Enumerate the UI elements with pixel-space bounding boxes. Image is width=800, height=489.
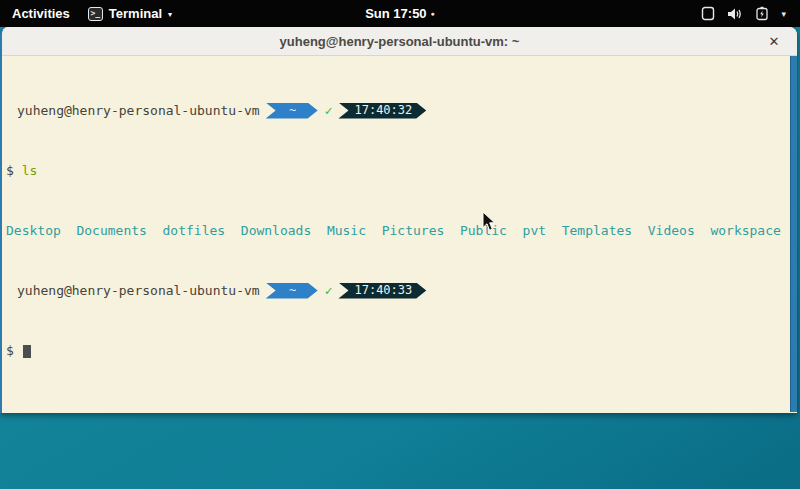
notification-dot-icon: ● (431, 10, 435, 17)
prompt-line: yuheng@henry-personal-ubuntu-vm ~ ✓ 17:4… (6, 103, 785, 118)
checkmark-icon: ✓ (325, 103, 333, 118)
app-menu-button[interactable]: >_ Terminal ▾ (88, 6, 172, 21)
activities-button[interactable]: Activities (12, 6, 70, 21)
terminal-screen[interactable]: yuheng@henry-personal-ubuntu-vm ~ ✓ 17:4… (2, 56, 797, 412)
window-title: yuheng@henry-personal-ubuntu-vm: ~ (280, 34, 520, 49)
prompt-user: yuheng@henry-personal-ubuntu-vm (17, 283, 260, 298)
chevron-down-icon: ▾ (781, 9, 786, 19)
terminal-scrollbar[interactable] (790, 56, 797, 412)
prompt-symbol: $ (6, 163, 14, 178)
prompt-user: yuheng@henry-personal-ubuntu-vm (17, 103, 260, 118)
ls-output: Desktop Documents dotfiles Downloads Mus… (6, 223, 785, 238)
prompt-time-segment: 17:40:32 (338, 103, 426, 119)
battery-charging-icon (755, 6, 769, 21)
clock-button[interactable]: Sun 17:50 (365, 6, 426, 21)
terminal-app-icon: >_ (88, 7, 103, 21)
desktop: { "topbar": { "activities_label": "Activ… (0, 0, 800, 489)
app-menu-label: Terminal (109, 6, 162, 21)
close-button[interactable]: ✕ (765, 32, 783, 50)
prompt-cwd-segment: ~ (266, 283, 318, 299)
gnome-top-bar: Activities >_ Terminal ▾ Sun 17:50 ● (0, 0, 800, 27)
command-line: $ ls (6, 163, 785, 178)
system-status-area[interactable]: ▾ (701, 0, 800, 27)
checkmark-icon: ✓ (325, 283, 333, 298)
chevron-down-icon: ▾ (168, 10, 172, 19)
volume-icon (727, 7, 743, 21)
text-cursor-block (23, 345, 31, 358)
prompt-line: yuheng@henry-personal-ubuntu-vm ~ ✓ 17:4… (6, 283, 785, 298)
command-text: ls (22, 163, 38, 178)
display-icon (701, 6, 715, 21)
window-titlebar[interactable]: yuheng@henry-personal-ubuntu-vm: ~ ✕ (2, 27, 797, 56)
prompt-cwd-segment: ~ (266, 103, 318, 119)
terminal-window: yuheng@henry-personal-ubuntu-vm: ~ ✕ yuh… (0, 27, 797, 413)
prompt-time-segment: 17:40:33 (338, 283, 426, 299)
input-line: $ (6, 343, 785, 358)
prompt-symbol: $ (6, 343, 14, 358)
